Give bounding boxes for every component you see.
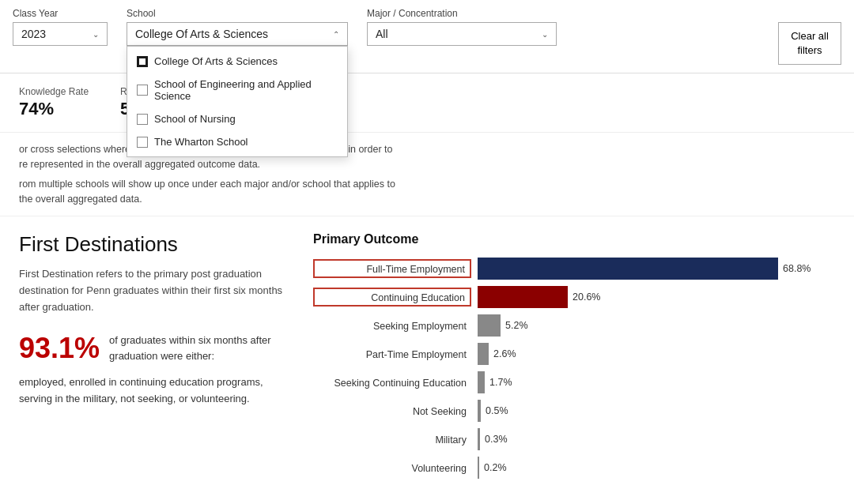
- bar-container: 5.2%: [478, 314, 835, 337]
- major-label: Major / Concentration: [367, 8, 557, 19]
- bar-fill: [478, 428, 480, 450]
- bar-fill: [478, 343, 489, 365]
- school-option-wharton-label: The Wharton School: [154, 136, 248, 148]
- bar-row: Seeking Continuing Education1.7%: [313, 371, 835, 393]
- class-year-filter: Class Year 2023 ⌄: [13, 8, 108, 46]
- bar-fill: [478, 457, 479, 479]
- bar-row: Full-Time Employment68.8%: [313, 258, 835, 280]
- highlight-stat: 93.1% of graduates within six months aft…: [19, 332, 288, 365]
- major-select[interactable]: All ⌄: [367, 22, 557, 46]
- school-value: College Of Arts & Sciences: [135, 28, 268, 40]
- bar-row: Military0.3%: [313, 428, 835, 450]
- class-year-select[interactable]: 2023 ⌄: [13, 22, 108, 46]
- major-filter: Major / Concentration All ⌄: [367, 8, 557, 46]
- highlight-description: of graduates within six months after gra…: [109, 333, 288, 363]
- school-dropdown: College Of Arts & Sciences School of Eng…: [127, 46, 348, 157]
- school-option-engineering[interactable]: School of Engineering and Applied Scienc…: [127, 73, 347, 107]
- info-line4: the overall aggregated data.: [19, 192, 835, 207]
- bar-value: 1.7%: [489, 377, 512, 388]
- bar-value: 0.2%: [484, 462, 507, 473]
- knowledge-rate-value: 74%: [19, 99, 89, 119]
- bar-row: Part-Time Employment2.6%: [313, 343, 835, 365]
- bar-value: 5.2%: [505, 320, 528, 331]
- bar-label: Seeking Employment: [373, 321, 467, 332]
- school-select[interactable]: College Of Arts & Sciences ⌃: [127, 22, 348, 46]
- bar-label-wrapper: Military: [313, 431, 471, 447]
- bar-label-wrapper: Part-Time Employment: [313, 346, 471, 362]
- bar-row: Seeking Employment5.2%: [313, 314, 835, 337]
- bar-fill: [478, 286, 568, 308]
- bar-label-wrapper: Seeking Employment: [313, 318, 471, 333]
- bar-label: Continuing Education: [371, 292, 465, 303]
- main-content: First Destinations First Destination ref…: [0, 216, 854, 495]
- bar-label-wrapper: Not Seeking: [313, 403, 471, 419]
- school-option-nursing-label: School of Nursing: [154, 113, 236, 125]
- bar-chart: Full-Time Employment68.8%Continuing Educ…: [313, 258, 835, 479]
- bar-label-wrapper: Seeking Continuing Education: [313, 374, 471, 390]
- bar-label: Full-Time Employment: [366, 264, 465, 275]
- bar-container: 0.2%: [478, 457, 835, 479]
- bar-fill: [478, 314, 501, 337]
- bar-container: 1.7%: [478, 371, 835, 393]
- info-line2: re represented in the overall aggregated…: [19, 157, 835, 172]
- class-year-label: Class Year: [13, 8, 108, 19]
- bar-value: 0.3%: [485, 434, 508, 445]
- bar-label-wrapper: Continuing Education: [313, 288, 471, 307]
- knowledge-rate-stat: Knowledge Rate 74%: [19, 86, 89, 119]
- school-option-arts-label: College Of Arts & Sciences: [154, 55, 278, 67]
- knowledge-rate-label: Knowledge Rate: [19, 86, 89, 97]
- bar-fill: [478, 400, 481, 422]
- bar-fill: [478, 371, 485, 393]
- filter-bar: Class Year 2023 ⌄ School College Of Arts…: [0, 0, 854, 73]
- info-line3: rom multiple schools will show up once u…: [19, 177, 835, 192]
- bar-row: Continuing Education20.6%: [313, 286, 835, 308]
- bar-row: Volunteering0.2%: [313, 457, 835, 479]
- bar-container: 0.3%: [478, 428, 835, 450]
- major-value: All: [376, 28, 388, 40]
- bar-container: 2.6%: [478, 343, 835, 365]
- bar-fill: [478, 258, 778, 280]
- bar-label-wrapper: Volunteering: [313, 460, 471, 476]
- bottom-description: employed, enrolled in continuing educati…: [19, 374, 288, 408]
- school-option-engineering-label: School of Engineering and Applied Scienc…: [154, 78, 338, 102]
- bar-container: 68.8%: [478, 258, 835, 280]
- bar-value: 68.8%: [783, 263, 811, 274]
- bar-label: Seeking Continuing Education: [334, 378, 467, 389]
- bar-row: Not Seeking0.5%: [313, 400, 835, 422]
- clear-filters-button[interactable]: Clear allfilters: [778, 22, 841, 65]
- bar-value: 0.5%: [486, 405, 508, 416]
- school-option-arts[interactable]: College Of Arts & Sciences: [127, 50, 347, 73]
- chart-title: Primary Outcome: [313, 232, 835, 246]
- school-filter: School College Of Arts & Sciences ⌃ Coll…: [127, 8, 348, 46]
- bar-container: 20.6%: [478, 286, 835, 308]
- bar-label: Military: [435, 434, 467, 446]
- school-checkbox-engineering[interactable]: [137, 85, 148, 96]
- school-option-wharton[interactable]: The Wharton School: [127, 130, 347, 153]
- class-year-chevron-icon: ⌄: [93, 30, 99, 39]
- bar-label-wrapper: Full-Time Employment: [313, 259, 471, 278]
- bar-container: 0.5%: [478, 400, 835, 422]
- school-option-nursing[interactable]: School of Nursing: [127, 107, 347, 130]
- highlight-percentage: 93.1%: [19, 332, 100, 365]
- section-title: First Destinations: [19, 232, 288, 257]
- bar-label: Volunteering: [411, 463, 467, 474]
- bar-label: Part-Time Employment: [366, 349, 467, 360]
- school-checkbox-arts[interactable]: [137, 56, 148, 67]
- bar-value: 20.6%: [572, 291, 600, 303]
- bar-label: Not Seeking: [413, 406, 467, 417]
- left-panel: First Destinations First Destination ref…: [19, 232, 288, 479]
- school-chevron-icon: ⌃: [333, 30, 339, 39]
- school-checkbox-nursing[interactable]: [137, 114, 148, 125]
- right-panel: Primary Outcome Full-Time Employment68.8…: [313, 232, 835, 479]
- class-year-value: 2023: [21, 28, 46, 40]
- school-checkbox-wharton[interactable]: [137, 137, 148, 148]
- section-description: First Destination refers to the primary …: [19, 266, 288, 315]
- bar-value: 2.6%: [493, 348, 516, 359]
- major-chevron-icon: ⌄: [542, 30, 548, 39]
- school-label: School: [127, 8, 348, 19]
